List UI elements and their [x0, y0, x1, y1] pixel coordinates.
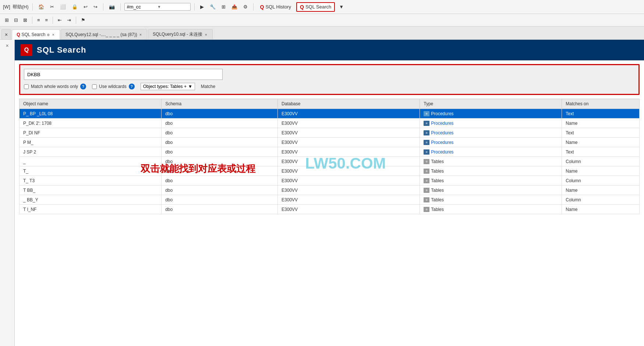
use-wildcards-checkbox[interactable]: [92, 84, 97, 89]
indent3-btn[interactable]: ⊠: [21, 16, 29, 24]
type-label: Procedures: [431, 140, 453, 145]
main-toolbar: [W] 帮助(H) 🏠 ✂ ⬜ 🔒 ↩ ↪ 📷 #m_cc ▼ ▶ 🔧 ⊞ 📤 …: [0, 0, 644, 14]
sql-history-button[interactable]: Q SQL History: [257, 3, 294, 11]
wrench-icon-btn[interactable]: 🔧: [208, 3, 217, 11]
redo-icon-btn[interactable]: ↪: [92, 3, 99, 11]
copy-icon-btn[interactable]: ⬜: [58, 3, 68, 11]
table-row[interactable]: P_DK 2': 1708 dbo E300VV ≡ Procedures Na…: [20, 119, 640, 128]
misc-btn[interactable]: ⚑: [79, 16, 87, 24]
cell-schema: dbo: [162, 119, 278, 128]
table-row[interactable]: P_ BP _L0L 08 dbo E300VV ≡ Procedures Te…: [20, 109, 640, 119]
tab-sqlquery12[interactable]: SQLQuery12.sql -...._ _ _ _ (sa (87)) ×: [61, 29, 147, 39]
indent2-btn[interactable]: ⊟: [12, 16, 20, 24]
main-content: × Q SQL Search Match whole words only ?: [0, 40, 644, 346]
table-row[interactable]: T_ dbo E300VV ≡ Tables Name: [20, 166, 640, 176]
type-label: Tables: [431, 197, 444, 202]
search-header: Q SQL Search: [15, 40, 644, 60]
table-row[interactable]: J SP 2 dbo E300VV ≡ Procedures Text: [20, 147, 640, 157]
table-row[interactable]: T I_NF dbo E300VV ≡ Tables Name: [20, 205, 640, 214]
database-dropdown[interactable]: #m_cc ▼: [124, 3, 191, 11]
more-options-btn[interactable]: ▼: [337, 3, 346, 11]
use-wildcards-help-icon[interactable]: ?: [129, 84, 135, 89]
align-btn[interactable]: ≡: [35, 16, 42, 24]
toolbar-sep2: [103, 3, 103, 11]
tab-search-icon: Q: [17, 32, 20, 37]
cell-object-name: J SP 2: [20, 147, 162, 157]
cell-matches-on: Name: [562, 166, 640, 176]
tab-sql-search[interactable]: Q SQL Search ⊕ ×: [12, 29, 60, 40]
settings-icon-btn[interactable]: ⚙: [241, 3, 250, 11]
format-btn[interactable]: ⇤: [56, 16, 64, 24]
table-row[interactable]: P_DI NF dbo E300VV ≡ Procedures Text: [20, 128, 640, 138]
cell-object-name: T_ T3: [20, 176, 162, 186]
object-types-dropdown-arrow: ▼: [188, 84, 192, 89]
table-type-icon: ≡: [424, 169, 429, 174]
procedure-type-icon: ≡: [424, 140, 429, 145]
table-row[interactable]: P M_ dbo E300VV ≡ Procedures Name: [20, 138, 640, 147]
cell-object-name: T BB_: [20, 186, 162, 195]
table-type-icon: ≡: [424, 207, 429, 212]
cell-schema: dbo: [162, 147, 278, 157]
menu-w[interactable]: [W]: [3, 4, 10, 10]
toolbar2-sep2: [53, 17, 53, 24]
cell-type: ≡ Procedures: [420, 109, 562, 119]
tab-close-btn[interactable]: ×: [51, 32, 55, 37]
sql-search-panel: Q SQL Search Match whole words only ? Us…: [15, 40, 644, 346]
cell-matches-on: Name: [562, 138, 640, 147]
cell-object-name: _: [20, 157, 162, 166]
menu-help[interactable]: 帮助(H): [13, 4, 29, 10]
tab-sqlquery10[interactable]: SQLQuery10.sql - 未连接 ×: [148, 29, 213, 39]
cell-schema: dbo: [162, 157, 278, 166]
match-whole-words-checkbox[interactable]: [24, 84, 29, 89]
tab-pin-icon[interactable]: ⊕: [47, 33, 50, 37]
toolbar-separator: [32, 3, 33, 11]
results-area[interactable]: Object name Schema Database Type Matches…: [19, 99, 640, 214]
grid-icon-btn[interactable]: ⊞: [220, 3, 227, 11]
export-icon-btn[interactable]: 📤: [230, 3, 239, 11]
cell-database: E300VV: [278, 195, 420, 205]
type-label: Procedures: [431, 130, 453, 135]
format2-btn[interactable]: ⇥: [65, 16, 73, 24]
sql-search-label: SQL Search: [305, 4, 331, 10]
cell-type: ≡ Tables: [420, 186, 562, 195]
search-input-row: [24, 69, 635, 80]
cut-icon-btn[interactable]: ✂: [48, 3, 56, 11]
match-whole-words-help-icon[interactable]: ?: [80, 84, 86, 89]
lock-icon-btn[interactable]: 🔒: [70, 3, 79, 11]
tab-sqlquery12-close-btn[interactable]: ×: [139, 32, 142, 37]
object-types-dropdown[interactable]: Object types: Tables + ▼: [141, 83, 195, 90]
undo-icon-btn[interactable]: ↩: [82, 3, 89, 11]
table-row[interactable]: _ BB_Y dbo E300VV ≡ Tables Column: [20, 195, 640, 205]
table-row[interactable]: T_ T3 dbo E300VV ≡ Tables Column: [20, 176, 640, 186]
screenshot-icon-btn[interactable]: 📷: [107, 3, 117, 11]
cell-database: E300VV: [278, 128, 420, 138]
tab-sqlquery10-close-btn[interactable]: ×: [204, 32, 208, 37]
cell-database: E300VV: [278, 205, 420, 214]
execute-icon-btn[interactable]: ▶: [198, 3, 206, 11]
align2-btn[interactable]: ≡: [43, 16, 50, 24]
type-label: Procedures: [431, 149, 453, 155]
indent-btn[interactable]: ⊞: [3, 16, 11, 24]
home-icon-btn[interactable]: 🏠: [36, 3, 46, 11]
sql-search-button[interactable]: Q SQL Search: [296, 2, 335, 12]
search-logo: Q: [21, 44, 32, 56]
cell-object-name: P_DK 2': 1708: [20, 119, 162, 128]
sql-history-icon: Q: [260, 4, 264, 10]
dropdown-arrow-icon: ▼: [158, 5, 188, 9]
use-wildcards-label: Use wildcards: [99, 84, 127, 89]
cell-matches-on: Column: [562, 195, 640, 205]
cell-matches-on: Text: [562, 128, 640, 138]
search-input[interactable]: [24, 69, 223, 80]
table-row[interactable]: T BB_ dbo E300VV ≡ Tables Name: [20, 186, 640, 195]
table-type-icon: ≡: [424, 188, 429, 193]
cell-object-name: T I_NF: [20, 205, 162, 214]
left-panel-close-btn[interactable]: ×: [6, 43, 8, 49]
type-label: Tables: [431, 159, 444, 164]
tab-close-left[interactable]: ×: [1, 29, 11, 39]
tab-sqlquery10-label: SQLQuery10.sql - 未连接: [153, 31, 202, 38]
table-type-icon: ≡: [424, 159, 429, 164]
cell-database: E300VV: [278, 119, 420, 128]
cell-type: ≡ Tables: [420, 195, 562, 205]
toolbar-sep3: [120, 3, 121, 11]
table-row[interactable]: _ dbo E300VV ≡ Tables Column: [20, 157, 640, 166]
